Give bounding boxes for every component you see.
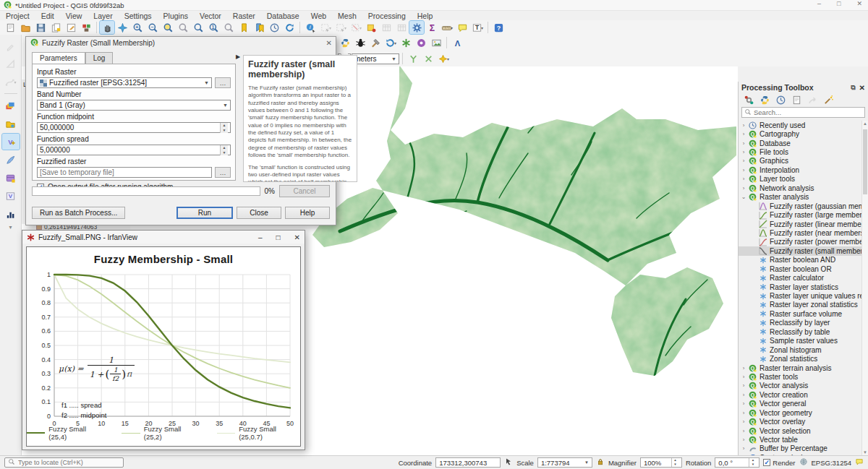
lambda-plugin-icon[interactable]: Λ (450, 36, 464, 49)
menu-database[interactable]: Database (261, 12, 305, 20)
tree-item-fuzzify-raster-small-membership-[interactable]: Fuzzify raster (small membership) (739, 246, 861, 255)
tree-item-fuzzify-raster-near-membership-[interactable]: Fuzzify raster (near membership) (739, 228, 861, 237)
tree-item-fuzzify-raster-linear-membership-[interactable]: Fuzzify raster (linear membership) (739, 220, 861, 228)
new-geopackage-icon[interactable] (2, 152, 20, 168)
zoom-to-selection-icon[interactable] (176, 21, 190, 34)
tree-item-graphics[interactable]: ›QGraphics (739, 157, 861, 165)
tree-item-raster-terrain-analysis[interactable]: ›QRaster terrain analysis (739, 363, 861, 372)
tree-item-vector-table[interactable]: ›QVector table (739, 435, 861, 444)
layout-manager-icon[interactable] (64, 21, 78, 34)
viewer-close-icon[interactable]: ✕ (294, 233, 300, 241)
batch-process-button[interactable]: Run as Batch Process... (32, 207, 125, 219)
midpoint-up-icon[interactable]: ▲ (221, 123, 228, 128)
tree-item-fuzzify-raster-gaussian-membership-[interactable]: Fuzzify raster (gaussian membership) (739, 202, 861, 210)
menu-web[interactable]: Web (305, 12, 332, 20)
menu-layer[interactable]: Layer (88, 12, 118, 20)
coordinate-input[interactable]: 173312,300743 (435, 457, 501, 468)
pan-map-icon[interactable] (100, 21, 114, 34)
spread-up-icon[interactable]: ▲ (221, 145, 228, 150)
toolbox-python-icon[interactable] (757, 93, 772, 106)
tree-item-sample-raster-values[interactable]: Sample raster values (739, 337, 861, 345)
toolbox-search-input[interactable] (754, 108, 855, 116)
output-path-input[interactable] (37, 167, 212, 178)
menu-vector[interactable]: Vector (194, 12, 227, 20)
tree-item-buffer-by-percentage[interactable]: ›Buffer by Percentage (739, 444, 861, 453)
menu-mesh[interactable]: Mesh (332, 12, 362, 20)
python-console-icon[interactable] (338, 36, 352, 49)
locate-input[interactable] (18, 459, 112, 466)
rotate-feature-icon[interactable]: ▾ (436, 52, 451, 65)
identify-features-icon[interactable]: i (303, 21, 318, 34)
offset-curve-icon[interactable] (406, 52, 420, 65)
new-db-icon[interactable] (2, 170, 20, 186)
show-bookmarks-icon[interactable] (252, 21, 266, 34)
measure-icon[interactable]: ▾ (440, 21, 454, 34)
input-raster-browse-button[interactable]: … (215, 77, 231, 88)
tree-item-zonal-statistics[interactable]: Zonal statistics (739, 354, 861, 363)
image-export-icon[interactable] (429, 36, 443, 49)
zoom-last-icon[interactable] (221, 21, 236, 34)
undo-icon[interactable]: ▾ (383, 36, 398, 49)
tree-item-raster-boolean-or[interactable]: Raster boolean OR (739, 264, 861, 273)
tree-item-file-tools[interactable]: ›QFile tools (739, 147, 861, 156)
select-by-form-icon[interactable] (364, 21, 378, 34)
spread-spinbox[interactable]: 5,000000 ▲▼ (37, 145, 231, 155)
menu-view[interactable]: View (60, 12, 88, 20)
tree-item-reclassify-by-table[interactable]: Reclassify by table (739, 327, 861, 336)
tree-item-raster-calculator[interactable]: Raster calculator (739, 273, 861, 282)
zoom-in-icon[interactable]: + (130, 21, 145, 34)
statistics-icon[interactable]: Σ (425, 21, 439, 34)
tab-log[interactable]: Log (85, 52, 114, 64)
tree-item-vector-selection[interactable]: ›QVector selection (739, 426, 861, 435)
osgeo-tools-icon[interactable] (368, 36, 383, 49)
new-bookmark-icon[interactable] (237, 21, 251, 34)
render-checkbox[interactable]: ✓ (763, 459, 770, 466)
menu-raster[interactable]: Raster (227, 12, 261, 20)
viewer-minimize-icon[interactable]: – (258, 233, 263, 241)
crs-globe-icon[interactable] (799, 457, 808, 468)
statistical-summary-icon[interactable] (2, 206, 20, 222)
new-virtual-layer-icon[interactable]: V (2, 188, 20, 204)
new-shapefile-icon[interactable]: V (2, 134, 20, 150)
close-window-icon[interactable]: ✕ (856, 0, 862, 7)
temporal-controller-icon[interactable] (267, 21, 281, 34)
open-project-icon[interactable] (18, 21, 33, 34)
midpoint-down-icon[interactable]: ▼ (221, 128, 228, 133)
menu-plugins[interactable]: Plugins (158, 12, 194, 20)
tree-item-contour-plugin[interactable]: ›Contour plugin (739, 453, 861, 455)
map-tips-icon[interactable] (455, 21, 469, 34)
help-icon[interactable]: ? (491, 21, 506, 34)
rotation-spinbox[interactable]: 0,0 °▲▼ (715, 457, 760, 468)
style-manager-icon[interactable] (79, 21, 93, 34)
text-annotation-icon[interactable]: T▾ (470, 21, 485, 34)
tree-item-vector-overlay[interactable]: ›QVector overlay (739, 417, 861, 426)
menu-processing[interactable]: Processing (362, 12, 412, 20)
viewer-titlebar[interactable]: Fuzzify_Small.PNG - IrfanView – □ ✕ (22, 231, 305, 244)
menu-edit[interactable]: Edit (35, 12, 60, 20)
dialog-titlebar[interactable]: Q Fuzzify Raster (Small Membership) ✕ (26, 37, 336, 49)
help-button[interactable]: Help (285, 207, 330, 219)
coordinate-capture-icon[interactable] (504, 457, 513, 468)
crs-label[interactable]: EPSG:31254 (812, 459, 851, 467)
tree-item-zonal-histogram[interactable]: Zonal histogram (739, 345, 861, 354)
save-project-icon[interactable] (33, 21, 48, 34)
toolbox-close-icon[interactable]: ✕ (859, 84, 865, 92)
tree-item-raster-boolean-and[interactable]: Raster boolean AND (739, 256, 861, 264)
toolbox-search[interactable] (741, 107, 865, 118)
toolbox-models-icon[interactable] (741, 93, 756, 106)
tree-item-reclassify-by-layer[interactable]: Reclassify by layer (739, 319, 861, 327)
tree-item-vector-general[interactable]: ›QVector general (739, 400, 861, 408)
spread-down-icon[interactable]: ▼ (221, 150, 228, 155)
units-select[interactable]: meters▼ (352, 53, 399, 64)
pan-to-selection-icon[interactable] (115, 21, 129, 34)
maximize-window-icon[interactable]: □ (837, 0, 841, 7)
tab-parameters[interactable]: Parameters (32, 52, 85, 64)
tree-item-vector-analysis[interactable]: ›QVector analysis (739, 382, 861, 390)
tree-item-layer-tools[interactable]: ›QLayer tools (739, 175, 861, 184)
processing-toolbox-icon[interactable] (409, 21, 424, 34)
tree-item-fuzzify-raster-large-membership-[interactable]: Fuzzify raster (large membership) (739, 210, 861, 219)
messages-icon[interactable] (855, 457, 864, 468)
tree-item-network-analysis[interactable]: ›QNetwork analysis (739, 184, 861, 192)
delete-part-icon[interactable] (421, 52, 435, 65)
zoom-to-layer-icon[interactable] (191, 21, 205, 34)
